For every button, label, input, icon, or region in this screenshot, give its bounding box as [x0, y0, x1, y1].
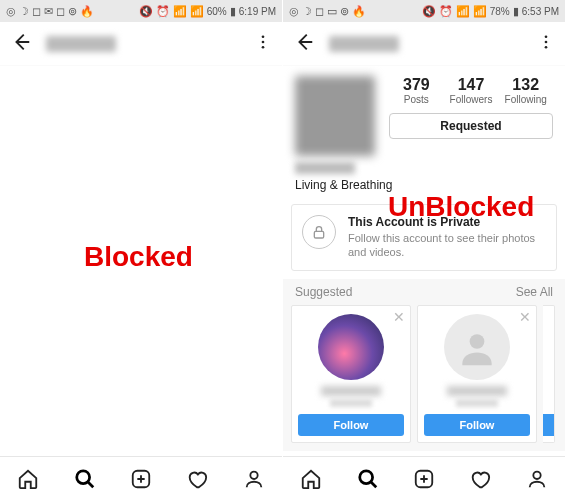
arrow-left-icon	[10, 31, 32, 53]
svg-point-11	[359, 470, 372, 483]
svg-point-3	[76, 470, 89, 483]
status-icons-right: 🔇⏰📶📶 60% ▮ 6:19 PM	[139, 6, 276, 17]
nav-new-post[interactable]	[402, 457, 446, 501]
profile-bio: Living & Breathing	[283, 160, 565, 200]
overlay-label-blocked: Blocked	[84, 241, 193, 273]
stat-followers[interactable]: 147 Followers	[444, 76, 499, 105]
profile-content-unblocked: UnBlocked 379 Posts 147 Followers 132 Fo…	[283, 66, 565, 456]
status-bar: ◎☽◻▭⊚🔥 🔇⏰📶📶 78% ▮ 6:53 PM	[283, 0, 565, 22]
suggested-see-all[interactable]: See All	[516, 285, 553, 299]
more-vertical-icon	[254, 33, 272, 51]
lock-icon	[302, 215, 336, 249]
battery-percent: 60%	[207, 6, 227, 17]
close-icon[interactable]: ✕	[519, 310, 531, 324]
nav-profile[interactable]	[232, 457, 276, 501]
svg-point-8	[545, 45, 548, 48]
person-icon	[526, 468, 548, 490]
stat-following[interactable]: 132 Following	[498, 76, 553, 105]
suggested-header-label: Suggested	[295, 285, 352, 299]
back-button[interactable]	[293, 31, 315, 57]
arrow-left-icon	[293, 31, 315, 53]
more-options-button[interactable]	[537, 33, 555, 55]
profile-username	[329, 36, 399, 52]
status-icons-left: ◎☽◻▭⊚🔥	[289, 6, 366, 17]
more-vertical-icon	[537, 33, 555, 51]
heart-icon	[186, 468, 208, 490]
nav-profile[interactable]	[515, 457, 559, 501]
person-icon	[243, 468, 265, 490]
svg-point-7	[545, 40, 548, 43]
nav-activity[interactable]	[458, 457, 502, 501]
suggested-section: Suggested See All ✕ Follow ✕	[283, 279, 565, 451]
follow-button[interactable]: Follow	[424, 414, 530, 436]
plus-square-icon	[413, 468, 435, 490]
profile-bio-text: Living & Breathing	[295, 178, 553, 192]
svg-point-10	[470, 334, 485, 349]
more-options-button[interactable]	[254, 33, 272, 55]
suggested-avatar[interactable]	[444, 314, 510, 380]
plus-square-icon	[130, 468, 152, 490]
profile-header	[283, 22, 565, 66]
private-title: This Account is Private	[348, 215, 546, 229]
clock: 6:53 PM	[522, 6, 559, 17]
nav-search[interactable]	[63, 457, 107, 501]
suggested-card-peek[interactable]	[543, 305, 555, 443]
suggested-avatar[interactable]	[318, 314, 384, 380]
status-icons-left: ◎☽◻✉◻⊚🔥	[6, 6, 94, 17]
phone-left-blocked: ◎☽◻✉◻⊚🔥 🔇⏰📶📶 60% ▮ 6:19 PM Blocked	[0, 0, 283, 500]
svg-point-13	[533, 471, 540, 478]
home-icon	[17, 468, 39, 490]
nav-search[interactable]	[346, 457, 390, 501]
close-icon[interactable]: ✕	[393, 310, 405, 324]
suggested-name	[447, 386, 507, 396]
svg-rect-9	[314, 231, 323, 238]
home-icon	[300, 468, 322, 490]
svg-point-6	[545, 35, 548, 38]
svg-point-5	[250, 471, 257, 478]
suggested-name	[321, 386, 381, 396]
private-account-notice: This Account is Private Follow this acco…	[291, 204, 557, 271]
nav-home[interactable]	[289, 457, 333, 501]
profile-username	[46, 36, 116, 52]
suggested-card: ✕ Follow	[291, 305, 411, 443]
status-bar: ◎☽◻✉◻⊚🔥 🔇⏰📶📶 60% ▮ 6:19 PM	[0, 0, 282, 22]
suggested-username	[330, 399, 372, 407]
suggested-card: ✕ Follow	[417, 305, 537, 443]
profile-header	[0, 22, 282, 66]
svg-point-1	[262, 40, 265, 43]
profile-content-blocked: Blocked	[0, 66, 282, 456]
nav-activity[interactable]	[175, 457, 219, 501]
search-icon	[74, 468, 96, 490]
bottom-nav	[283, 456, 565, 500]
bottom-nav	[0, 456, 282, 500]
nav-new-post[interactable]	[119, 457, 163, 501]
follow-button[interactable]: Follow	[298, 414, 404, 436]
follow-requested-button[interactable]: Requested	[389, 113, 553, 139]
stat-posts[interactable]: 379 Posts	[389, 76, 444, 105]
search-icon	[357, 468, 379, 490]
profile-stats: 379 Posts 147 Followers 132 Following Re…	[389, 76, 553, 156]
profile-avatar[interactable]	[295, 76, 375, 156]
suggested-cards-row[interactable]: ✕ Follow ✕ Follow	[283, 305, 565, 451]
phone-right-unblocked: ◎☽◻▭⊚🔥 🔇⏰📶📶 78% ▮ 6:53 PM UnBlocked 379	[283, 0, 566, 500]
status-icons-right: 🔇⏰📶📶 78% ▮ 6:53 PM	[422, 6, 559, 17]
nav-home[interactable]	[6, 457, 50, 501]
clock: 6:19 PM	[239, 6, 276, 17]
suggested-username	[456, 399, 498, 407]
battery-percent: 78%	[490, 6, 510, 17]
private-subtitle: Follow this account to see their photos …	[348, 231, 546, 260]
svg-point-2	[262, 45, 265, 48]
profile-display-name	[295, 162, 355, 174]
back-button[interactable]	[10, 31, 32, 57]
svg-point-0	[262, 35, 265, 38]
heart-icon	[469, 468, 491, 490]
profile-top-row: 379 Posts 147 Followers 132 Following Re…	[283, 66, 565, 160]
